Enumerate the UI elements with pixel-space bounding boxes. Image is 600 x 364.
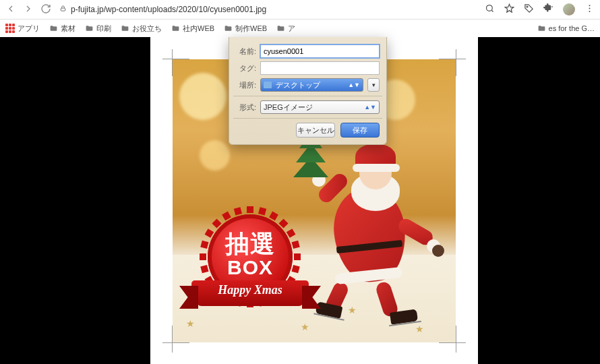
save-button[interactable]: 保存	[340, 123, 380, 138]
svg-point-4	[589, 8, 591, 9]
bookmark-folder[interactable]: お役立ち	[121, 24, 162, 34]
filename-input[interactable]	[260, 44, 380, 58]
folder-icon	[49, 24, 58, 33]
bookmark-truncated[interactable]: es for the G…	[537, 24, 595, 33]
folder-icon	[121, 24, 129, 33]
forward-button[interactable]	[23, 3, 34, 16]
chevron-down-icon: ▾	[372, 82, 376, 88]
chevron-updown-icon: ▲▼	[348, 82, 360, 88]
svg-point-2	[527, 6, 528, 7]
chevron-updown-icon: ▲▼	[364, 104, 376, 111]
bookmark-folder[interactable]: 社内WEB	[171, 24, 214, 34]
bookmark-folder[interactable]: 印刷	[85, 24, 111, 34]
reload-button[interactable]	[40, 3, 51, 16]
tag-label: タグ:	[236, 63, 256, 73]
location-select[interactable]: デスクトップ ▲▼	[260, 78, 363, 92]
bookmark-folder[interactable]: ア	[276, 24, 295, 34]
cancel-button[interactable]: キャンセル	[296, 123, 335, 138]
svg-rect-0	[61, 8, 65, 11]
folder-icon	[276, 24, 285, 33]
star-icon[interactable]	[504, 3, 514, 16]
menu-icon[interactable]	[584, 3, 595, 16]
badge-ribbon-text: Happy Xmas	[193, 283, 307, 297]
back-button[interactable]	[5, 3, 16, 16]
folder-icon	[171, 24, 180, 33]
apps-shortcut[interactable]: アプリ	[5, 24, 40, 34]
extensions-icon[interactable]	[543, 3, 553, 16]
browser-toolbar: p-fujita.jp/wp-content/uploads/2020/10/c…	[0, 0, 600, 20]
tag-input[interactable]	[260, 61, 380, 75]
page-viewport: ★ ★ ★ ★ ★ 抽選 BOX Happy X	[0, 37, 600, 364]
folder-icon	[537, 24, 546, 33]
tag-icon[interactable]	[524, 3, 534, 16]
santa-figure: ★	[297, 123, 432, 326]
svg-point-3	[589, 5, 591, 6]
badge-line1: 抽選	[193, 231, 307, 257]
expand-button[interactable]: ▾	[367, 78, 380, 92]
search-icon[interactable]	[485, 3, 495, 16]
location-label: 場所:	[236, 80, 256, 90]
lock-icon	[59, 5, 67, 14]
url-text: p-fujita.jp/wp-content/uploads/2020/10/c…	[71, 5, 266, 14]
address-bar[interactable]: p-fujita.jp/wp-content/uploads/2020/10/c…	[59, 5, 266, 14]
apps-icon	[5, 24, 15, 33]
folder-icon	[264, 82, 272, 88]
format-label: 形式:	[236, 102, 256, 113]
folder-icon	[224, 24, 233, 33]
name-label: 名前:	[236, 47, 256, 57]
bookmarks-bar: アプリ 素材 印刷 お役立ち 社内WEB 制作WEB ア es for the …	[0, 20, 600, 37]
format-select[interactable]: JPEGイメージ ▲▼	[260, 100, 380, 114]
folder-icon	[85, 24, 94, 33]
svg-point-1	[487, 5, 493, 11]
svg-point-5	[589, 11, 591, 12]
save-dialog: 名前: タグ: 場所: デスクトップ ▲▼ ▾ 形式: JPEGイメージ ▲▼	[229, 37, 387, 145]
bookmark-folder[interactable]: 素材	[49, 24, 76, 34]
lottery-badge: 抽選 BOX Happy Xmas	[193, 208, 307, 322]
profile-avatar[interactable]	[563, 3, 575, 16]
bookmark-folder[interactable]: 制作WEB	[224, 24, 267, 34]
badge-line2: BOX	[193, 257, 307, 278]
